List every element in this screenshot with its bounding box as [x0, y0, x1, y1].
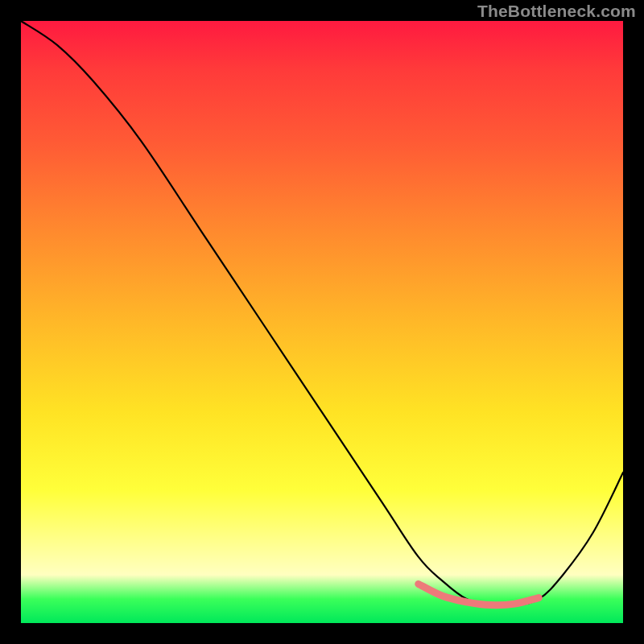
watermark-text: TheBottleneck.com — [477, 2, 636, 21]
pink-trough — [419, 584, 539, 605]
black-curve — [21, 21, 623, 606]
chart-svg — [21, 21, 623, 623]
chart-frame: TheBottleneck.com — [0, 0, 644, 644]
plot-area — [21, 21, 623, 623]
